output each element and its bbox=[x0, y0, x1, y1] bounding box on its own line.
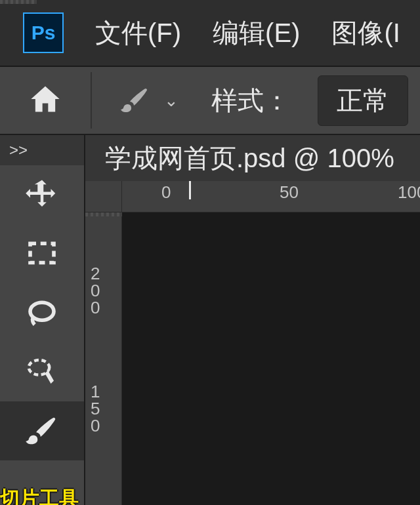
horizontal-ruler[interactable]: 0 50 100 bbox=[122, 181, 420, 212]
brush-icon bbox=[118, 85, 152, 116]
rectangular-marquee-tool[interactable] bbox=[0, 224, 84, 283]
ruler-h-tick-0: 0 bbox=[161, 182, 171, 203]
ps-logo: Ps bbox=[23, 12, 64, 53]
menu-image[interactable]: 图像(I bbox=[331, 15, 400, 51]
brush-tool-icon bbox=[24, 413, 60, 449]
canvas-area: 学成网首页.psd @ 100% 0 50 100 200 150 bbox=[85, 134, 420, 505]
caption-overlay: 切片工具 bbox=[0, 485, 79, 505]
ruler-cursor-mark bbox=[189, 181, 191, 199]
document-tab[interactable]: 学成网首页.psd @ 100% bbox=[85, 134, 420, 181]
style-select[interactable]: 正常 bbox=[318, 75, 408, 126]
canvas-row: 200 150 bbox=[85, 212, 420, 505]
ruler-corner bbox=[85, 181, 122, 212]
chevron-down-icon: ⌄ bbox=[164, 91, 178, 111]
svg-rect-0 bbox=[30, 243, 54, 262]
ruler-row: 0 50 100 bbox=[85, 181, 420, 212]
ruler-h-tick-100: 100 bbox=[398, 182, 420, 203]
quick-selection-icon bbox=[24, 354, 60, 390]
style-value: 正常 bbox=[337, 86, 389, 115]
style-label: 样式： bbox=[211, 83, 290, 119]
main-area: >> 学成网首页.psd @ 100% 0 50 bbox=[0, 134, 420, 505]
ruler-h-tick-50: 50 bbox=[280, 182, 299, 203]
tools-expand-toggle[interactable]: >> bbox=[0, 135, 84, 165]
ruler-v-tick-200: 200 bbox=[91, 265, 100, 316]
vertical-ruler[interactable]: 200 150 bbox=[85, 212, 122, 505]
lasso-icon bbox=[24, 295, 60, 331]
menu-edit[interactable]: 编辑(E) bbox=[213, 15, 300, 51]
quick-selection-tool[interactable] bbox=[0, 342, 84, 401]
canvas[interactable] bbox=[122, 212, 420, 505]
ruler-v-tick-150: 150 bbox=[91, 383, 100, 434]
move-tool[interactable] bbox=[0, 165, 84, 224]
brush-preset-picker[interactable]: ⌄ bbox=[118, 85, 178, 116]
options-separator bbox=[91, 72, 92, 129]
menu-file[interactable]: 文件(F) bbox=[95, 15, 181, 51]
document-title: 学成网首页.psd @ 100% bbox=[105, 140, 394, 176]
home-icon[interactable] bbox=[26, 82, 64, 119]
tools-panel: >> bbox=[0, 134, 85, 505]
options-bar: ⌄ 样式： 正常 bbox=[0, 67, 420, 134]
marquee-icon bbox=[24, 236, 60, 272]
lasso-tool[interactable] bbox=[0, 283, 84, 342]
brush-tool[interactable] bbox=[0, 401, 84, 460]
ps-logo-text: Ps bbox=[32, 22, 56, 44]
menubar: Ps 文件(F) 编辑(E) 图像(I bbox=[0, 0, 420, 66]
move-icon bbox=[24, 177, 60, 212]
